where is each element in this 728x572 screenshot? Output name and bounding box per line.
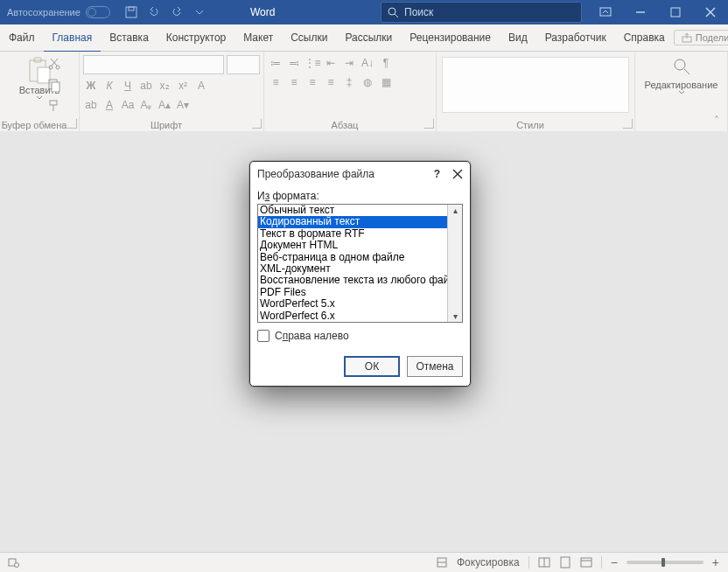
shrink-font-icon[interactable]: A▾ — [175, 97, 191, 113]
print-layout-icon[interactable] — [559, 556, 571, 569]
tab-view[interactable]: Вид — [500, 24, 536, 51]
focus-label[interactable]: Фокусировка — [457, 556, 520, 569]
close-icon[interactable] — [452, 169, 463, 179]
tab-design[interactable]: Конструктор — [158, 24, 234, 51]
zoom-out-icon[interactable]: − — [611, 555, 618, 569]
change-case-icon[interactable]: Aa — [120, 97, 136, 113]
minimize-icon[interactable] — [623, 0, 658, 24]
shading-icon[interactable]: ◍ — [360, 74, 375, 90]
share-button[interactable]: Поделиться — [674, 30, 728, 45]
tab-mailings[interactable]: Рассылки — [336, 24, 401, 51]
paragraph-launcher-icon[interactable] — [424, 119, 434, 129]
tab-insert[interactable]: Вставка — [101, 24, 158, 51]
font-combo[interactable] — [83, 55, 224, 74]
justify-icon[interactable]: ≡ — [323, 74, 339, 90]
tab-help[interactable]: Справка — [615, 24, 674, 51]
rtl-checkbox[interactable]: Справа налево — [257, 330, 463, 342]
zoom-in-icon[interactable]: + — [712, 555, 719, 569]
separator — [601, 556, 602, 569]
tab-layout[interactable]: Макет — [234, 24, 282, 51]
close-icon[interactable] — [693, 0, 728, 24]
search-input[interactable]: Поиск — [381, 2, 582, 23]
decrease-indent-icon[interactable]: ⇤ — [323, 55, 339, 71]
web-layout-icon[interactable] — [580, 556, 592, 569]
format-listbox[interactable]: Обычный текст Кодированный текст Текст в… — [257, 204, 463, 323]
redo-icon[interactable] — [170, 5, 184, 19]
show-marks-icon[interactable]: ¶ — [378, 55, 394, 71]
superscript-icon[interactable]: x² — [175, 78, 191, 94]
find-icon[interactable] — [672, 57, 691, 76]
numbering-icon[interactable]: ≕ — [286, 55, 302, 71]
collapse-ribbon-icon[interactable]: ˄ — [709, 113, 724, 129]
save-icon[interactable] — [124, 5, 138, 19]
clear-format-icon[interactable]: Aᵩ — [138, 97, 154, 113]
app-title: Word — [250, 6, 275, 18]
tab-home[interactable]: Главная — [44, 22, 102, 53]
scroll-down-icon[interactable]: ▾ — [453, 311, 458, 321]
bold-icon[interactable]: Ж — [83, 78, 99, 94]
zoom-slider[interactable] — [626, 561, 704, 564]
maximize-icon[interactable] — [658, 0, 693, 24]
autosave-toggle[interactable]: Автосохранение — [0, 6, 117, 18]
grow-font-icon[interactable]: A▴ — [157, 97, 172, 113]
multilevel-icon[interactable]: ⋮≡ — [304, 55, 320, 71]
italic-icon[interactable]: К — [102, 78, 117, 94]
list-item[interactable]: Веб-страница в одном файле — [258, 252, 447, 263]
ok-button[interactable]: ОК — [344, 356, 400, 377]
font-size-combo[interactable] — [227, 55, 260, 74]
tab-review[interactable]: Рецензирование — [401, 24, 500, 51]
borders-icon[interactable]: ▦ — [378, 74, 394, 90]
styles-launcher-icon[interactable] — [623, 119, 633, 129]
tab-file[interactable]: Файл — [0, 24, 44, 51]
macro-record-icon[interactable] — [7, 556, 19, 569]
highlight-icon[interactable]: ab — [83, 97, 99, 113]
list-item[interactable]: Документ HTML — [258, 240, 447, 251]
tab-developer[interactable]: Разработчик — [536, 24, 615, 51]
list-item[interactable]: Текст в формате RTF — [258, 228, 447, 240]
help-icon[interactable]: ? — [434, 168, 440, 180]
underline-icon[interactable]: Ч — [120, 78, 136, 94]
font-color-icon[interactable]: A — [102, 97, 117, 113]
bullets-icon[interactable]: ≔ — [268, 55, 284, 71]
styles-gallery[interactable] — [442, 57, 629, 113]
undo-icon[interactable] — [147, 5, 161, 19]
paste-button[interactable]: Вставить — [4, 55, 75, 102]
tab-references[interactable]: Ссылки — [282, 24, 336, 51]
increase-indent-icon[interactable]: ⇥ — [341, 55, 357, 71]
scrollbar[interactable]: ▴ ▾ — [447, 205, 462, 322]
svg-point-2 — [388, 8, 396, 15]
list-item[interactable]: WordPerfect 6.x — [258, 310, 447, 322]
chevron-down-icon — [678, 90, 685, 95]
rtl-label: Справа налево — [275, 330, 349, 342]
chevron-down-icon — [36, 95, 43, 101]
search-placeholder: Поиск — [404, 6, 433, 18]
qat-dropdown-icon[interactable] — [192, 5, 206, 19]
format-painter-icon[interactable] — [47, 99, 63, 115]
svg-rect-6 — [671, 8, 680, 17]
text-effects-icon[interactable]: A — [193, 78, 209, 94]
align-center-icon[interactable]: ≡ — [286, 74, 302, 90]
list-item[interactable]: XML-документ — [258, 263, 447, 275]
subscript-icon[interactable]: x₂ — [157, 78, 172, 94]
align-right-icon[interactable]: ≡ — [304, 74, 320, 90]
list-item[interactable]: Кодированный текст — [258, 216, 447, 227]
cancel-button[interactable]: Отмена — [407, 356, 463, 377]
list-item[interactable]: WordPerfect 5.x — [258, 298, 447, 310]
align-left-icon[interactable]: ≡ — [268, 74, 284, 90]
list-item[interactable]: PDF Files — [258, 287, 447, 298]
focus-mode-icon[interactable] — [436, 556, 448, 569]
editing-label[interactable]: Редактирование — [645, 80, 718, 90]
sort-icon[interactable]: A↓ — [360, 55, 375, 71]
list-item[interactable]: Восстановление текста из любого файла — [258, 275, 447, 286]
read-mode-icon[interactable] — [538, 556, 550, 569]
scroll-up-icon[interactable]: ▴ — [453, 206, 458, 215]
font-launcher-icon[interactable] — [252, 119, 262, 129]
clipboard-launcher-icon[interactable] — [67, 119, 77, 129]
cut-icon[interactable] — [47, 57, 63, 73]
line-spacing-icon[interactable]: ‡ — [341, 74, 357, 90]
copy-icon[interactable] — [47, 78, 63, 94]
ribbon-options-icon[interactable] — [588, 0, 623, 24]
list-item[interactable]: Обычный текст — [258, 205, 447, 216]
strike-icon[interactable]: ab — [138, 78, 154, 94]
title-bar: Автосохранение Word Поиск — [0, 0, 728, 24]
